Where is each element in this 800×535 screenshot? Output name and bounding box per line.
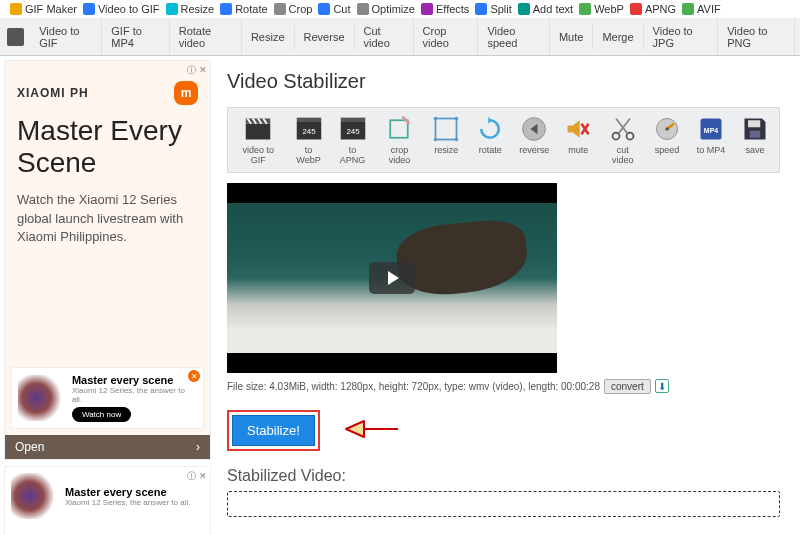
subnav-merge[interactable]: Merge (593, 25, 643, 49)
topnav-label: Optimize (372, 3, 415, 15)
tool-rotate[interactable]: rotate (468, 112, 512, 168)
topnav-label: Crop (289, 3, 313, 15)
download-icon[interactable]: ⬇ (655, 379, 669, 393)
subnav-rotate-video[interactable]: Rotate video (170, 19, 242, 55)
tool-mute[interactable]: mute (556, 112, 600, 168)
ad2-title: Master every scene (65, 486, 190, 498)
subnav-mute[interactable]: Mute (550, 25, 593, 49)
result-section-title: Stabilized Video: (227, 467, 780, 485)
svg-text:245: 245 (302, 127, 316, 136)
rotate-icon (220, 3, 232, 15)
clapper-num-icon: 245 (294, 114, 324, 144)
svg-rect-3 (296, 118, 321, 122)
tool-save[interactable]: save (733, 112, 777, 168)
tool-label: crop video (381, 146, 419, 166)
svg-point-13 (455, 138, 459, 142)
optimize-icon (357, 3, 369, 15)
svg-rect-0 (246, 124, 271, 140)
ad-sub-card[interactable]: ✕ Master every scene Xiaomi 12 Series, t… (11, 367, 204, 429)
tool-cut-video[interactable]: cut video (600, 112, 645, 168)
sidebar: Ⓘ ✕ XIAOMI PH m Master Every Scene Watch… (0, 56, 215, 535)
topnav-split[interactable]: Split (475, 3, 511, 15)
subnav-resize[interactable]: Resize (242, 25, 295, 49)
topnav-label: Resize (181, 3, 215, 15)
topnav-rotate[interactable]: Rotate (220, 3, 267, 15)
topnav-effects[interactable]: Effects (421, 3, 469, 15)
topnav-avif[interactable]: AVIF (682, 3, 721, 15)
ad-open-button[interactable]: Open › (5, 435, 210, 459)
ad-xiaomi-small[interactable]: Ⓘ ✕ Master every scene Xiaomi 12 Series,… (4, 466, 211, 535)
chevron-right-icon: › (196, 440, 200, 454)
topnav-add-text[interactable]: Add text (518, 3, 573, 15)
ad-sub-title: Master every scene (72, 374, 197, 386)
svg-point-16 (626, 133, 633, 140)
topnav-cut[interactable]: Cut (318, 3, 350, 15)
svg-rect-9 (436, 119, 457, 140)
svg-rect-6 (340, 118, 365, 122)
svg-rect-21 (748, 120, 760, 127)
play-icon (388, 271, 399, 285)
tool-to-mp4[interactable]: MP4to MP4 (689, 112, 733, 168)
ad-close-icon[interactable]: Ⓘ ✕ (187, 64, 207, 77)
convert-button[interactable]: convert (604, 379, 651, 394)
top-nav: GIF Maker Video to GIF Resize Rotate Cro… (0, 0, 800, 19)
tool-label: speed (655, 146, 680, 156)
topnav-label: Add text (533, 3, 573, 15)
ad-xiaomi[interactable]: Ⓘ ✕ XIAOMI PH m Master Every Scene Watch… (4, 60, 211, 460)
subnav-crop-video[interactable]: Crop video (414, 19, 479, 55)
mute-tool-icon (563, 114, 593, 144)
gif-icon (10, 3, 22, 15)
ad-close-icon[interactable]: Ⓘ ✕ (187, 470, 207, 483)
topnav-webp[interactable]: WebP (579, 3, 624, 15)
topnav-resize[interactable]: Resize (166, 3, 215, 15)
svg-point-10 (434, 117, 438, 121)
clapper-num-icon: 245 (338, 114, 368, 144)
ad-watch-now-button[interactable]: Watch now (72, 407, 131, 422)
tool-crop-video[interactable]: crop video (375, 112, 425, 168)
topnav-crop[interactable]: Crop (274, 3, 313, 15)
speed-tool-icon (652, 114, 682, 144)
clapper-icon (243, 114, 273, 144)
svg-rect-22 (750, 131, 761, 138)
mp4-icon: MP4 (696, 114, 726, 144)
stabilize-button[interactable]: Stabilize! (232, 415, 315, 446)
topnav-video-to-gif[interactable]: Video to GIF (83, 3, 160, 15)
tool-reverse[interactable]: reverse (512, 112, 556, 168)
subnav-reverse[interactable]: Reverse (295, 25, 355, 49)
svg-rect-8 (391, 120, 409, 138)
split-icon (475, 3, 487, 15)
topnav-optimize[interactable]: Optimize (357, 3, 415, 15)
topnav-apng[interactable]: APNG (630, 3, 676, 15)
video-preview[interactable] (227, 183, 557, 373)
play-button[interactable] (369, 262, 415, 294)
tool-label: resize (434, 146, 458, 156)
video-icon (83, 3, 95, 15)
page-title: Video Stabilizer (227, 70, 780, 93)
ad-sub-close-icon[interactable]: ✕ (188, 370, 200, 382)
text-icon (518, 3, 530, 15)
tool-label: save (746, 146, 765, 156)
svg-point-18 (665, 127, 669, 131)
topnav-gif-maker[interactable]: GIF Maker (10, 3, 77, 15)
tool-label: cut video (606, 146, 639, 166)
tool-speed[interactable]: speed (645, 112, 689, 168)
subnav-cut-video[interactable]: Cut video (355, 19, 414, 55)
crop-icon (274, 3, 286, 15)
tool-to-apng[interactable]: 245to APNG (331, 112, 375, 168)
topnav-label: Split (490, 3, 511, 15)
tool-to-webp[interactable]: 245to WebP (287, 112, 331, 168)
xiaomi-logo-icon: m (174, 81, 198, 105)
tool-resize[interactable]: resize (424, 112, 468, 168)
tool-video-to-gif[interactable]: video to GIF (230, 112, 287, 168)
topnav-label: Effects (436, 3, 469, 15)
topnav-label: Video to GIF (98, 3, 160, 15)
subnav-video-to-png[interactable]: Video to PNG (718, 19, 795, 55)
avif-icon (682, 3, 694, 15)
subnav-video-speed[interactable]: Video speed (478, 19, 550, 55)
action-row: Stabilize! (227, 410, 780, 451)
subnav-video-to-gif[interactable]: Video to GIF (30, 19, 102, 55)
subnav-gif-to-mp4[interactable]: GIF to MP4 (102, 19, 169, 55)
resize-icon (166, 3, 178, 15)
subnav-video-to-jpg[interactable]: Video to JPG (644, 19, 719, 55)
effects-icon (421, 3, 433, 15)
